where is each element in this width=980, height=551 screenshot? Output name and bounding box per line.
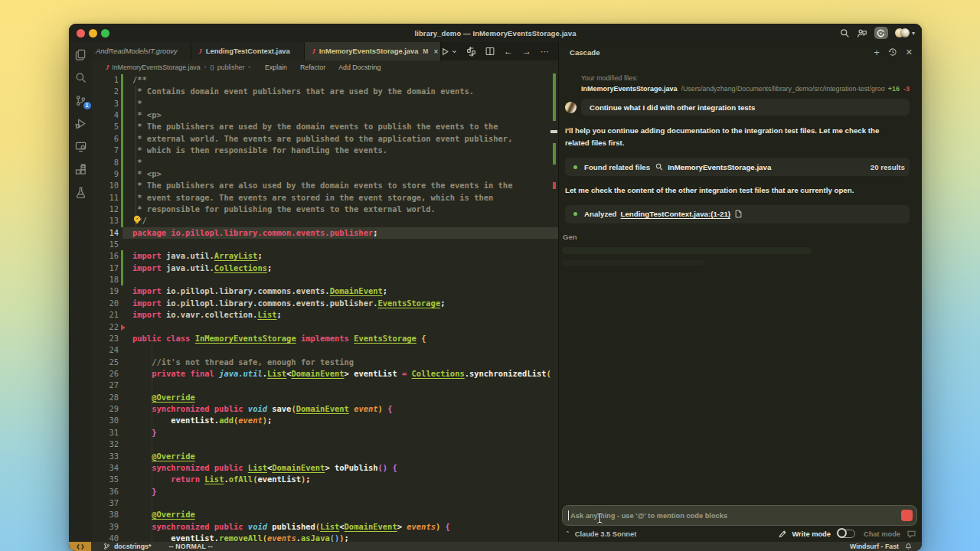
code-line-3[interactable]: 3 * xyxy=(92,98,558,109)
more-actions-icon[interactable]: ⋯ xyxy=(541,47,550,57)
line-number: 17 xyxy=(92,262,119,274)
new-conversation-icon[interactable]: + xyxy=(874,47,880,58)
cascade-input[interactable]: Ask anything - use '@' to mention code b… xyxy=(562,505,917,526)
breadcrumb-symbol[interactable]: publisher xyxy=(217,64,245,71)
code-line-14[interactable]: 14package io.pillopl.library.common.even… xyxy=(92,227,558,239)
code-line-25[interactable]: 25 //it's not thread safe, enough for te… xyxy=(92,357,558,368)
code-line-40[interactable]: 40 eventList.removeAll(events.asJava()); xyxy=(92,533,558,542)
code-line-31[interactable]: 31 } xyxy=(92,427,558,439)
codelens-add-docstring[interactable]: Add Docstring xyxy=(338,64,381,71)
code-line-1[interactable]: 1/** xyxy=(92,74,558,86)
navigate-back-icon[interactable]: ← xyxy=(504,46,513,57)
code-line-38[interactable]: 38 @Override xyxy=(92,509,558,520)
code-line-7[interactable]: 7 * which is then responsible for handli… xyxy=(92,145,558,156)
editor-group: AndReadModelsIT.groovy J LendingTestCont… xyxy=(92,42,559,542)
overview-ruler[interactable] xyxy=(547,73,558,542)
code-line-22[interactable]: 22 xyxy=(92,321,558,333)
code-line-23[interactable]: 23public class InMemoryEventsStorage imp… xyxy=(92,333,558,344)
mode-toggle[interactable] xyxy=(838,530,855,538)
tab-lendingtestcontext[interactable]: J LendingTestContext.java xyxy=(191,42,305,60)
code-line-36[interactable]: 36 } xyxy=(92,486,558,497)
navigate-forward-icon[interactable]: → xyxy=(522,46,531,57)
code-line-21[interactable]: 21import io.vavr.collection.List; xyxy=(92,309,558,321)
code-line-12[interactable]: 12 * responsible for publishing the even… xyxy=(92,204,558,215)
close-window-button[interactable] xyxy=(77,29,85,37)
line-number: 23 xyxy=(92,333,119,344)
code-line-2[interactable]: 2 * Contains domain event publishers tha… xyxy=(92,86,558,97)
search-sidebar-icon[interactable] xyxy=(74,71,87,84)
code-line-11[interactable]: 11 * event storage. The events are store… xyxy=(92,192,558,204)
code-line-15[interactable]: 15 xyxy=(92,239,558,250)
analyzed-file-link[interactable]: LendingTestContext.java:(1-21) xyxy=(621,210,731,218)
code-line-19[interactable]: 19import io.pillopl.library.commons.even… xyxy=(92,285,558,297)
history-icon[interactable] xyxy=(888,47,897,57)
codelens-refactor[interactable]: Refactor xyxy=(300,64,325,71)
testing-icon[interactable] xyxy=(74,186,87,199)
code-line-9[interactable]: 9 * <p> xyxy=(92,168,558,180)
model-selector[interactable]: Claude 3.5 Sonnet xyxy=(575,530,637,538)
code-line-30[interactable]: 30 eventList.add(event); xyxy=(92,415,558,426)
open-changes-icon[interactable] xyxy=(466,47,476,57)
code-line-6[interactable]: 6 * external world. The events are publi… xyxy=(92,133,558,145)
code-line-33[interactable]: 33 @Override xyxy=(92,451,558,462)
modified-file-name[interactable]: InMemoryEventsStorage.java xyxy=(581,85,678,93)
run-file-button[interactable] xyxy=(441,47,457,56)
code-line-4[interactable]: 4 * <p> xyxy=(92,109,558,121)
user-message-bubble: Continue what I did with other integrati… xyxy=(581,99,910,116)
windsurf-status[interactable]: Windsurf - Fast xyxy=(850,543,899,550)
account-avatar[interactable]: ▾ xyxy=(895,28,915,37)
codelens-explain[interactable]: Explain xyxy=(265,64,287,71)
code-line-16[interactable]: 16import java.util.ArrayList; xyxy=(92,250,558,262)
feedback-icon[interactable] xyxy=(857,28,867,38)
vim-mode-indicator: -- NORMAL -- xyxy=(168,543,212,550)
minimize-window-button[interactable] xyxy=(89,29,97,37)
tab-readmodels-groovy[interactable]: AndReadModelsIT.groovy xyxy=(92,42,191,60)
code-line-28[interactable]: 28 @Override xyxy=(92,392,558,403)
code-line-13[interactable]: 13 */ xyxy=(92,215,558,227)
run-debug-icon[interactable] xyxy=(74,117,87,130)
branch-name[interactable]: docstrings* xyxy=(114,543,151,550)
split-editor-icon[interactable] xyxy=(485,47,495,56)
code-line-37[interactable]: 37 xyxy=(92,497,558,509)
source-control-badge: 1 xyxy=(83,102,91,109)
status-dot xyxy=(573,165,577,169)
breadcrumb: J InMemoryEventsStorage.java › {} publis… xyxy=(92,60,558,73)
code-line-34[interactable]: 34 synchronized public List<DomainEvent>… xyxy=(92,462,558,474)
code-line-29[interactable]: 29 synchronized public void save(DomainE… xyxy=(92,403,558,415)
extensions-icon[interactable] xyxy=(74,163,87,176)
bell-icon[interactable] xyxy=(905,543,912,550)
code-text xyxy=(123,380,132,391)
code-line-5[interactable]: 5 * The publishers are used by the domai… xyxy=(92,121,558,132)
close-tab-icon[interactable]: × xyxy=(433,47,438,56)
code-editor[interactable]: 1/**2 * Contains domain event publishers… xyxy=(92,73,558,542)
code-line-26[interactable]: 26 private final java.util.List<DomainEv… xyxy=(92,368,558,380)
cascade-toggle-button[interactable] xyxy=(874,27,888,39)
tool-call-analyzed[interactable]: Analyzed LendingTestContext.java:(1-21) xyxy=(565,205,910,223)
lightbulb-icon[interactable] xyxy=(132,215,142,225)
code-line-39[interactable]: 39 synchronized public void published(Li… xyxy=(92,521,558,533)
code-line-8[interactable]: 8 * xyxy=(92,157,558,168)
code-line-18[interactable]: 18 xyxy=(92,274,558,285)
stop-generation-button[interactable] xyxy=(901,510,913,521)
code-text xyxy=(123,439,132,450)
breadcrumb-file[interactable]: InMemoryEventsStorage.java xyxy=(112,64,200,71)
remote-explorer-icon[interactable] xyxy=(74,140,87,153)
code-text xyxy=(123,344,132,356)
code-line-17[interactable]: 17import java.util.Collections; xyxy=(92,262,558,274)
source-control-icon[interactable]: 1 xyxy=(74,94,87,107)
search-icon[interactable] xyxy=(840,28,850,38)
code-line-35[interactable]: 35 return List.ofAll(eventList); xyxy=(92,474,558,485)
line-number: 26 xyxy=(92,368,119,380)
tool-call-found-files[interactable]: Found related files InMemoryEventsStorag… xyxy=(565,158,910,176)
explorer-icon[interactable] xyxy=(74,48,87,61)
code-line-20[interactable]: 20import io.pillopl.library.commons.even… xyxy=(92,298,558,309)
code-line-32[interactable]: 32 xyxy=(92,439,558,450)
remote-indicator[interactable] xyxy=(69,542,91,551)
code-line-27[interactable]: 27 xyxy=(92,380,558,391)
breadcrumb-separator: › xyxy=(204,64,207,70)
tab-inmemoryeventsstorage[interactable]: J InMemoryEventsStorage.java M × xyxy=(305,42,441,60)
close-panel-icon[interactable]: ✕ xyxy=(906,47,913,57)
code-line-10[interactable]: 10 * The publishers are also used by the… xyxy=(92,180,558,191)
zoom-window-button[interactable] xyxy=(101,29,109,37)
code-line-24[interactable]: 24 xyxy=(92,344,558,356)
